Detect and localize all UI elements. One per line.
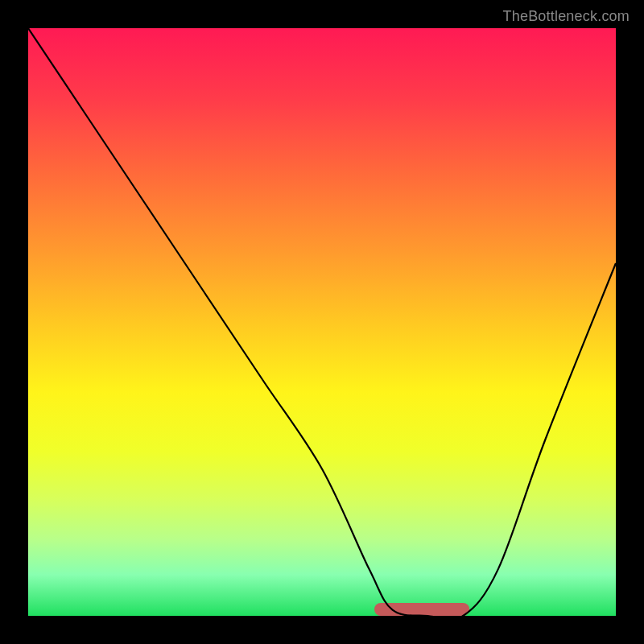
curve-layer xyxy=(28,28,616,616)
chart-frame: TheBottleneck.com xyxy=(0,0,644,644)
plot-area xyxy=(28,28,616,616)
watermark: TheBottleneck.com xyxy=(503,8,630,25)
bottleneck-curve xyxy=(28,28,616,616)
